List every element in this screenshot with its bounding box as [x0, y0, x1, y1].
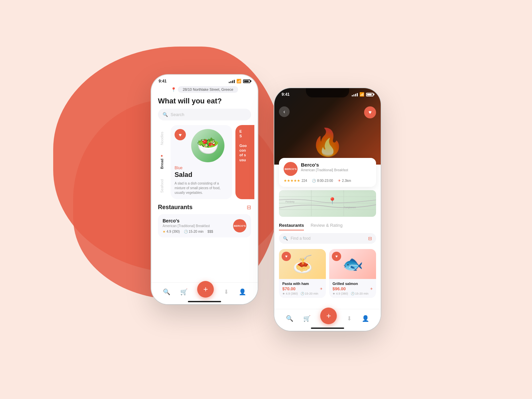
food-subtitle: Blue — [175, 166, 228, 170]
battery-icon — [243, 79, 250, 83]
location-pin-icon: 📍 — [171, 87, 176, 92]
deliver-icon-salmon: ✈ — [370, 287, 373, 291]
salmon-time: 🕐 15-20 min — [351, 292, 369, 295]
add-button-2[interactable]: + — [320, 308, 337, 324]
phone-1: 9:41 📶 📍 28/10 Northlake Street, Greece … — [151, 75, 258, 304]
sidebar-item-seafood[interactable]: Seafood — [160, 179, 164, 193]
pasta-price: $70.00 — [282, 286, 296, 291]
location-icon: ✈ — [338, 179, 341, 183]
download-nav-icon-2[interactable]: ⬇ — [347, 315, 352, 322]
hero-image: 9:41 📶 ‹ ♥ — [274, 88, 381, 165]
food-grid: 🍝 ♥ Pasta with ham $70.00 ✈ ★ 4.9 (380) … — [274, 246, 381, 301]
price-range: $$$ — [207, 230, 213, 233]
search-nav-icon-2[interactable]: 🔍 — [286, 315, 293, 322]
pasta-meta: ★ 4.9 (380) 🕐 15-20 min — [282, 292, 323, 295]
find-food-placeholder: Find a food — [291, 236, 311, 241]
restaurant-card[interactable]: Berco's American [Traditional] Breakfast… — [158, 214, 251, 237]
wifi-icon: 📶 — [236, 79, 241, 83]
pasta-time: 🕐 15-20 min — [301, 292, 319, 295]
restaurant-info-card: BERCO'S Berco's American [Traditional] B… — [279, 158, 376, 187]
cart-nav-icon[interactable]: 🛒 — [180, 288, 188, 296]
hours-stat: 🕐 8:00-23:00 — [312, 179, 333, 183]
signal-icon-2 — [352, 92, 358, 96]
tab-restaurants[interactable]: Restaurants — [279, 223, 304, 230]
map-container[interactable]: Pembrey Pontyberem 📍 — [279, 190, 376, 217]
signal-icon — [229, 79, 235, 83]
distance-stat: ✈ 2.3km — [338, 179, 351, 183]
delivery-time: 🕐 15-20 min — [184, 230, 203, 233]
svg-text:Pontyberem: Pontyberem — [344, 206, 356, 209]
pasta-favorite-btn[interactable]: ♥ — [282, 252, 291, 261]
restaurant-logo: BERCO'S — [233, 219, 246, 232]
star-icon: ★ — [163, 230, 166, 233]
pasta-info: Pasta with ham $70.00 ✈ ★ 4.9 (380) 🕐 15… — [279, 279, 326, 298]
add-button[interactable]: + — [197, 281, 214, 298]
salmon-price: $96.00 — [332, 286, 346, 291]
food-image — [191, 129, 224, 162]
category-sidebar: Noodles Bread Seafood — [151, 125, 168, 199]
sidebar-item-bread[interactable]: Bread — [160, 155, 164, 169]
profile-nav-icon-2[interactable]: 👤 — [362, 315, 369, 322]
time-display-2: 9:41 — [282, 92, 290, 97]
rest-name-info: Berco's American [Traditional] Breakfast — [301, 162, 348, 172]
rest-name-big: Berco's — [301, 162, 348, 168]
hero-favorite-button[interactable]: ♥ — [364, 106, 376, 118]
rating-value: ★ 4.9 (390) — [163, 230, 180, 233]
food-description: A slad is a dish consisting of a mixture… — [175, 181, 228, 195]
sidebar-item-noodles[interactable]: Noodles — [160, 132, 164, 145]
phone-2-notch — [306, 88, 349, 97]
salmon-name: Grilled salmon — [332, 282, 373, 286]
phone-notch — [183, 75, 226, 84]
filter-icon[interactable]: ⊟ — [247, 204, 251, 210]
location-text[interactable]: 28/10 Northlake Street, Greece — [178, 86, 238, 93]
restaurant-name: Berco's — [163, 218, 230, 223]
pasta-rating: ★ 4.9 (380) — [282, 292, 298, 295]
status-icons-2: 📶 — [352, 92, 373, 97]
salmon-favorite-btn[interactable]: ♥ — [332, 252, 341, 261]
profile-nav-icon[interactable]: 👤 — [239, 288, 246, 296]
phones-container: 9:41 📶 📍 28/10 Northlake Street, Greece … — [151, 75, 381, 331]
salmon-rating: ★ 4.9 (380) — [332, 292, 348, 295]
restaurant-type: American [Traditional] Breakfast — [163, 224, 230, 228]
food-card-secondary[interactable]: ESGooconof susu — [235, 125, 254, 199]
find-search-icon: 🔍 — [283, 236, 288, 241]
main-title: What will you eat? — [151, 95, 258, 109]
search-bar[interactable]: 🔍 Search — [158, 109, 251, 120]
food-card-main[interactable]: ♥ Blue Salad A slad is a dish consisting… — [171, 125, 232, 199]
salmon-meta: ★ 4.9 (380) 🕐 15-20 min — [332, 292, 373, 295]
search-icon: 🔍 — [163, 112, 168, 117]
rest-type-small: American [Traditional] Breakfast — [301, 168, 348, 172]
cart-nav-icon-2[interactable]: 🛒 — [303, 315, 311, 322]
clock-icon: 🕐 — [312, 179, 316, 183]
restaurants-section-header: Restaurants ⊟ — [151, 199, 258, 214]
favorite-button[interactable]: ♥ — [175, 129, 186, 140]
pasta-name: Pasta with ham — [282, 282, 323, 286]
home-indicator — [188, 301, 221, 302]
find-food-bar[interactable]: 🔍 Find a food ⊟ — [279, 233, 376, 244]
back-button[interactable]: ‹ — [279, 106, 290, 117]
restaurants-title: Restaurants — [158, 204, 193, 211]
svg-text:Pembrey: Pembrey — [285, 200, 295, 203]
location-bar[interactable]: 📍 28/10 Northlake Street, Greece — [151, 85, 258, 95]
rest-stats: ★★★★★ 224 🕐 8:00-23:00 ✈ 2.3km — [284, 179, 371, 183]
battery-icon-2 — [366, 93, 373, 96]
download-nav-icon[interactable]: ⬇ — [224, 288, 229, 296]
filter-icon-2[interactable]: ⊟ — [368, 236, 372, 241]
time-display: 9:41 — [159, 79, 167, 83]
restaurant-meta: ★ 4.9 (390) 🕐 15-20 min $$$ — [163, 230, 230, 233]
distance-text: 2.3km — [342, 179, 351, 183]
wifi-icon-2: 📶 — [359, 92, 364, 97]
phone-2: 9:41 📶 ‹ ♥ B — [274, 88, 381, 331]
tab-review-rating[interactable]: Review & Rating — [311, 223, 342, 230]
content-area: Noodles Bread Seafood ♥ Blue Salad — [151, 125, 258, 199]
food-title: Salad — [175, 171, 228, 179]
map-pin-icon: 📍 — [328, 197, 336, 205]
search-nav-icon[interactable]: 🔍 — [163, 288, 170, 296]
search-placeholder: Search — [171, 112, 184, 117]
hours-text: 8:00-23:00 — [317, 179, 333, 183]
salmon-info: Grilled salmon $96.00 ✈ ★ 4.9 (380) 🕐 15… — [329, 279, 376, 298]
rating-count: 224 — [302, 179, 307, 183]
food-item-salmon[interactable]: 🐟 ♥ Grilled salmon $96.00 ✈ ★ 4.9 (380) … — [329, 249, 376, 298]
rest-header-row: BERCO'S Berco's American [Traditional] B… — [284, 162, 371, 176]
food-item-pasta[interactable]: 🍝 ♥ Pasta with ham $70.00 ✈ ★ 4.9 (380) … — [279, 249, 326, 298]
